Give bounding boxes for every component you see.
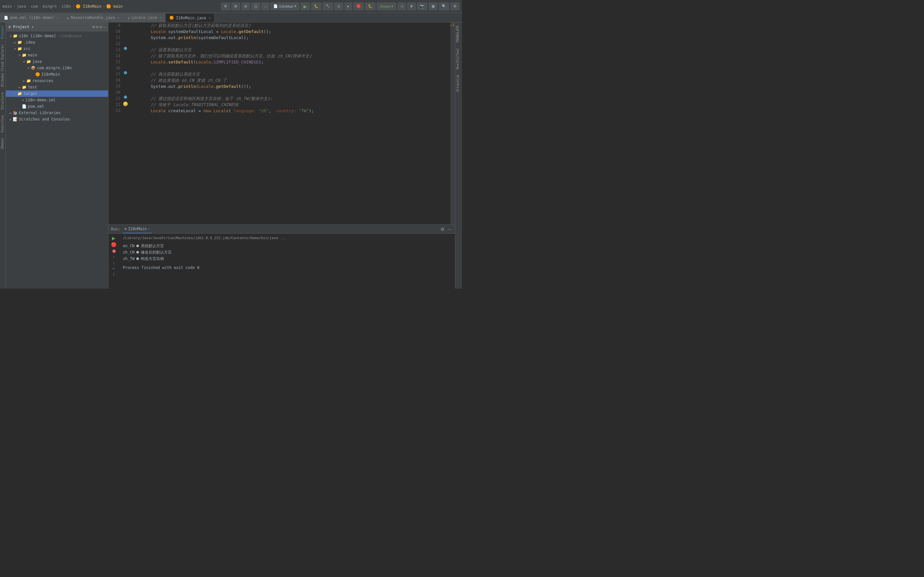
code-line-14: // 除了获取系统方言外，我们也可以明确设置系统默认方言。比如 zh_CN(简体… xyxy=(129,53,451,59)
tree-item-scratches[interactable]: ▶ 📝 Scratches and Consoles xyxy=(6,116,108,122)
search-button[interactable]: 🔍 xyxy=(439,3,449,10)
jrebel-debug-button[interactable]: 🐛 xyxy=(365,3,375,10)
breadcrumb-method[interactable]: 🟠 main xyxy=(106,4,123,9)
tree-item-main[interactable]: ▼ 📁 main xyxy=(6,52,108,58)
run-scroll-down-btn[interactable]: ↓ xyxy=(111,261,116,265)
arrow-ext: ▶ xyxy=(8,111,13,115)
tree-item-pomxml[interactable]: 📄 pom.xml xyxy=(6,103,108,110)
vcs-button[interactable]: ◁ xyxy=(397,3,406,10)
breadcrumb: main › java › com › mingrn › i18n › 🟠 I1… xyxy=(3,4,123,9)
right-tool-jclasslib[interactable]: JClassLib xyxy=(455,72,462,95)
run-wrap-btn[interactable]: ↵ xyxy=(111,266,116,271)
run-jrebel-btn[interactable]: 🔴 xyxy=(111,242,116,247)
run-scroll-up-btn[interactable]: ↑ xyxy=(111,255,116,259)
right-tool-restful[interactable]: RestFulTool xyxy=(455,45,462,72)
run-output: ▶ 🔴 ⏹ ↑ ↓ ↵ ⋮ /Library/Java/JavaVirtualM… xyxy=(108,234,455,288)
left-panels: Project Alibaba Cloud Explorer Structure… xyxy=(0,23,6,288)
config-button[interactable]: ◫ xyxy=(251,3,260,10)
vcs2-button[interactable]: ⊕ xyxy=(407,3,416,10)
code-line-12 xyxy=(129,41,451,47)
code-line-15: Locale . setDefault ( Locale . SIMPLIFIE… xyxy=(129,59,451,65)
output-locale-3: zh_TW xyxy=(123,255,134,262)
run-minimize-btn[interactable]: – xyxy=(447,226,452,232)
minus-button[interactable]: – xyxy=(262,3,269,10)
run-button[interactable]: ▶ xyxy=(300,3,310,10)
profile-button[interactable]: ▸ xyxy=(344,3,352,10)
breadcrumb-i18n[interactable]: i18n xyxy=(61,4,71,9)
locale-icon: ☕ xyxy=(128,16,129,20)
left-panel-structure[interactable]: Structure xyxy=(0,89,5,112)
project-expand-btn[interactable]: ⊞ xyxy=(92,25,95,29)
run-tab-i18nmain[interactable]: ▶ I18nMain ✕ xyxy=(123,225,152,234)
left-panel-alibaba[interactable]: Alibaba Cloud Explorer xyxy=(0,41,5,89)
settings2-button[interactable]: ⚙ xyxy=(451,3,459,10)
run-config-selector[interactable]: 📄 I18nMain ▾ xyxy=(270,3,299,10)
label-iml: i18n-demo.iml xyxy=(25,98,55,102)
breadcrumb-java[interactable]: java xyxy=(17,4,26,9)
folder-icon-main: 📁 xyxy=(22,53,27,57)
tree-item-src[interactable]: ▼ 📁 src xyxy=(6,45,108,52)
arrow-package: ▼ xyxy=(26,66,31,70)
tab-resource-label: ResourceBundle.java xyxy=(71,15,115,20)
run-tab-label: I18nMain xyxy=(128,227,147,231)
tab-i18nmain-label: I18nMain.java xyxy=(176,16,206,20)
jrebel-config[interactable]: JRebel ▾ xyxy=(376,3,396,10)
tree-item-idea[interactable]: ▶ 📁 .idea xyxy=(6,39,108,45)
breadcrumb-com[interactable]: com xyxy=(31,4,38,9)
left-panel-project[interactable]: Project xyxy=(0,23,5,41)
project-collapse-btn[interactable]: ⊟ xyxy=(96,25,98,29)
java-icon-I18nMain: 🟠 xyxy=(35,72,40,77)
tree-item-target[interactable]: ▼ 📁 target xyxy=(6,90,108,97)
breadcrumb-mingrn[interactable]: mingrn xyxy=(43,4,57,9)
tab-resource[interactable]: ☕ ResourceBundle.java ✕ xyxy=(63,13,124,22)
label-package: com.mingrn.i18n xyxy=(37,66,71,70)
tree-item-test[interactable]: ▶ 📁 test xyxy=(6,84,108,90)
close-locale-tab[interactable]: ✕ xyxy=(160,16,162,19)
close-run-tab[interactable]: ✕ xyxy=(148,227,150,230)
code-line-13: // 设置系统默认方言 xyxy=(129,47,451,53)
project-minus-btn[interactable]: – xyxy=(103,25,105,29)
right-tools: TRANSLATE RestFulTool JClassLib xyxy=(455,23,462,288)
tree-item-iml[interactable]: ✦ i18n-demo.iml xyxy=(6,97,108,103)
label-test: test xyxy=(28,85,37,89)
jrebel-run-button[interactable]: 🔴 xyxy=(354,3,364,10)
tab-i18nmain[interactable]: 🟠 I18nMain.java ✕ xyxy=(166,13,215,22)
breadcrumb-main[interactable]: main xyxy=(3,4,12,9)
settings-button[interactable]: ⚙ xyxy=(221,3,230,10)
tab-locale[interactable]: ☕ Locale.java ✕ xyxy=(124,13,166,22)
tree-item-ext[interactable]: ▶ 📚 External Libraries xyxy=(6,110,108,116)
layout-button[interactable]: ▦ xyxy=(429,3,438,10)
right-tool-translate[interactable]: TRANSLATE xyxy=(455,23,462,45)
warning-indicator: ⚠1 xyxy=(450,23,454,27)
code-line-18: // 就会发现由 en_CN 变成 zh_CN 了 xyxy=(129,77,451,83)
tab-pom[interactable]: 📄 pom.xml (i18n-demo) ✕ xyxy=(0,13,63,22)
run-stop-btn[interactable]: ⏹ xyxy=(111,248,116,253)
run-tree-btn[interactable]: ⋮ xyxy=(111,272,116,277)
output-locale-2: zh_CN xyxy=(123,249,134,255)
file-tabs: 📄 pom.xml (i18n-demo) ✕ ☕ ResourceBundle… xyxy=(0,13,462,23)
debug-button[interactable]: 🐛 xyxy=(311,3,321,10)
right-scroll-gutter: ⚠1 xyxy=(451,23,455,224)
close-pom-tab[interactable]: ✕ xyxy=(57,16,59,19)
line-numbers: 9 10 11 12 13 14 15 16 17 18 19 20 21 22… xyxy=(108,23,123,224)
expand-button[interactable]: ⊞ xyxy=(231,3,240,10)
close-i18nmain-tab[interactable]: ✕ xyxy=(208,16,210,19)
run-gear-btn[interactable]: ⚙ xyxy=(439,226,446,232)
left-panel-favorites[interactable]: Favorites xyxy=(0,112,5,135)
run-play-btn[interactable]: ▶ xyxy=(111,235,116,241)
tree-item-resources[interactable]: ▶ 📁 resources xyxy=(6,77,108,84)
tree-item-I18nMain[interactable]: 🟠 I18nMain xyxy=(6,71,108,77)
tree-item-i18n[interactable]: ▼ 📁 i18n [i18n-demo] ~/JetBrains xyxy=(6,33,108,39)
breadcrumb-i18nmain[interactable]: 🟠 I18nMain xyxy=(76,4,102,9)
left-panel-jrebel[interactable]: JRebel xyxy=(0,135,5,152)
code-line-19: System .out. println ( Locale . getDefau… xyxy=(129,83,451,89)
project-settings-btn[interactable]: ⚙ xyxy=(100,25,102,29)
tree-item-package[interactable]: ▼ 📦 com.mingrn.i18n xyxy=(6,65,108,71)
close-resource-tab[interactable]: ✕ xyxy=(118,16,120,19)
code-content[interactable]: // 获取系统默认方言(默认方言获取到的是系统语言) Locale system… xyxy=(129,23,451,224)
collapse-button[interactable]: ⊟ xyxy=(241,3,250,10)
build-button[interactable]: 🔨 xyxy=(323,3,333,10)
tree-item-java[interactable]: ▼ 📁 java xyxy=(6,58,108,65)
camera-button[interactable]: 📷 xyxy=(417,3,427,10)
coverage-button[interactable]: ◷ xyxy=(334,3,343,10)
